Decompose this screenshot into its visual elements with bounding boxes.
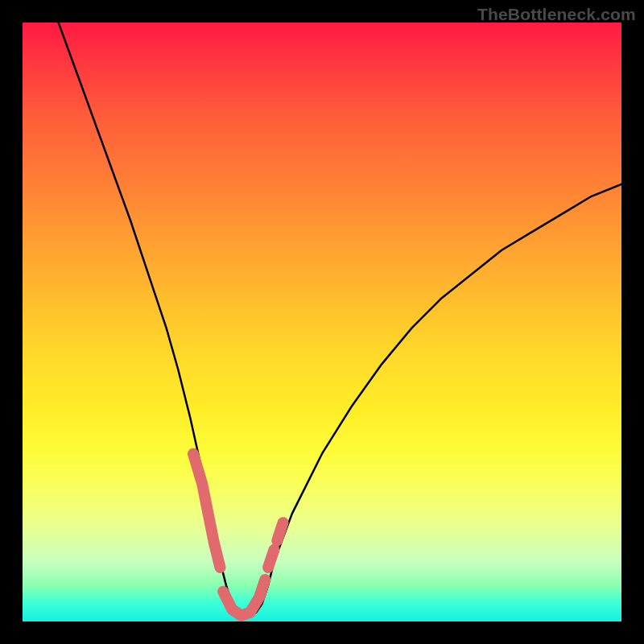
chart-container: TheBottleneck.com [0, 0, 644, 644]
watermark-text: TheBottleneck.com [477, 5, 636, 24]
chart-svg [23, 23, 621, 621]
highlight-curve [193, 454, 283, 616]
plot-area [23, 23, 621, 621]
main-curve [59, 23, 621, 616]
